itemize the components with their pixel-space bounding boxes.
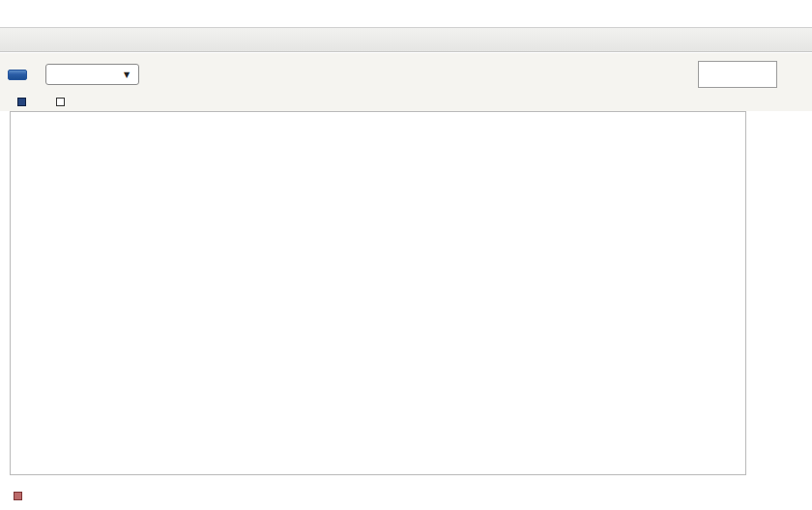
chart-legend bbox=[17, 96, 70, 107]
chevron-down-icon: ▼ bbox=[124, 71, 130, 79]
instrument-info bbox=[10, 34, 97, 46]
mini-range-chart bbox=[698, 61, 777, 88]
push-button[interactable] bbox=[8, 70, 27, 80]
header-row bbox=[0, 0, 812, 27]
info-bar bbox=[0, 27, 812, 52]
volume-legend bbox=[14, 492, 27, 500]
legend-item-series bbox=[17, 98, 31, 106]
indication-select[interactable]: ▼ bbox=[45, 64, 139, 85]
mini-range-preview bbox=[698, 60, 810, 89]
legend-item-vortag bbox=[56, 98, 70, 106]
x-axis bbox=[10, 475, 744, 489]
mini-chart-labels bbox=[781, 60, 810, 89]
chart-toolbar: ▼ bbox=[8, 62, 810, 87]
vortag-swatch-icon bbox=[56, 98, 65, 106]
y-axis bbox=[748, 111, 777, 473]
intraday-chart-plot[interactable] bbox=[10, 111, 746, 475]
series-swatch-icon bbox=[17, 98, 26, 106]
volume-swatch-icon bbox=[14, 492, 22, 500]
smi-chart-page: ▼ bbox=[0, 0, 812, 510]
